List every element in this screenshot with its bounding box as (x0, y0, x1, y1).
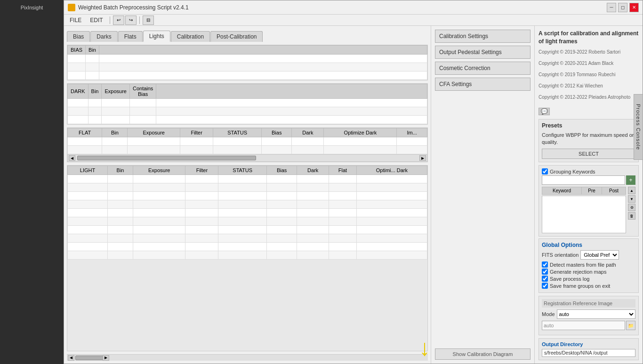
cosmetic-correction-btn[interactable]: Cosmetic Correction (435, 62, 530, 75)
light-row-4 (68, 200, 427, 209)
main-window: Weighted Batch Preprocessing Script v2.4… (64, 0, 643, 364)
auto-input-field[interactable] (542, 321, 625, 330)
keyword-input-field[interactable] (542, 175, 625, 185)
bias-col-empty (99, 46, 427, 55)
calibration-settings-btn[interactable]: Calibration Settings (435, 30, 530, 43)
light-section: LIGHT Bin Exposure Filter STATUS Bias Da… (67, 165, 428, 351)
keyword-table-headers: Keyword Pre Post (542, 187, 626, 195)
app-icon (68, 4, 75, 11)
flat-scroll-right[interactable]: ▶ (419, 155, 426, 161)
output-pedestal-btn[interactable]: Output Pedestal Settings (435, 46, 530, 59)
mode-select[interactable]: auto manual (557, 309, 635, 319)
minimize-button[interactable]: ─ (607, 3, 616, 12)
dark-col-extra (156, 84, 427, 99)
toolbar-divider-1 (110, 16, 110, 24)
flat-scroll-thumb[interactable] (77, 156, 256, 160)
flat-col-bin: Bin (102, 128, 128, 137)
generate-rejection-checkbox[interactable] (542, 269, 548, 275)
flat-col-dark: Dark (292, 128, 324, 137)
close-button[interactable]: ✕ (629, 3, 639, 12)
light-bottom-scrollbar[interactable]: ◀ ▶ (67, 354, 428, 361)
title-bar-controls: ─ ◻ ✕ (607, 3, 639, 12)
dark-col-exposure: Exposure (102, 84, 129, 99)
keyword-col-pre: Pre (582, 187, 602, 195)
flat-col-flat: FLAT (68, 128, 102, 137)
chat-icon[interactable]: 💬 (539, 108, 550, 115)
flat-scrollbar[interactable]: ◀ ▶ (67, 154, 427, 162)
fits-orient-label: FITS orientation (542, 252, 579, 258)
keyword-main: Keyword Pre Post ▲ ▼ ⚙ 🗑 (542, 187, 635, 233)
light-row-1 (68, 175, 427, 183)
light-row-3 (68, 192, 427, 200)
save-frame-groups-checkbox[interactable] (542, 283, 548, 289)
undo-btn[interactable]: ↩ (113, 16, 124, 25)
dark-row-3 (68, 116, 427, 124)
dark-section: DARK Bin Exposure Contains Bias (67, 83, 428, 125)
dark-row-2 (68, 107, 427, 116)
light-row-6 (68, 217, 427, 226)
detect-masters-checkbox[interactable] (542, 261, 548, 268)
light-scroll-right[interactable]: ▶ (103, 355, 109, 361)
tab-bias[interactable]: Bias (67, 31, 90, 42)
flat-col-exposure: Exposure (128, 128, 180, 137)
light-col-bias: Bias (266, 166, 297, 175)
maximize-button[interactable]: ◻ (618, 3, 627, 12)
save-frame-groups-label: Save frame groups on exit (550, 283, 610, 289)
copyright-3: Copyright © 2012 Kai Wiechen (539, 82, 639, 90)
tab-darks[interactable]: Darks (90, 31, 117, 42)
copyright-2: Copyright © 2019 Tommaso Rubechi (539, 71, 639, 79)
copyright-0: Copyright © 2019-2022 Roberto Sartori (539, 48, 639, 56)
mode-label: Mode (542, 311, 555, 317)
menu-file[interactable]: FILE (66, 16, 85, 24)
flat-scroll-left[interactable]: ◀ (69, 155, 75, 161)
menu-edit[interactable]: EDIT (86, 16, 106, 24)
output-dir-path: s/freebs/Desktop/NINA /output (542, 349, 635, 357)
presets-section: Presets Configure WBPP for maximum speed… (539, 119, 639, 163)
add-keyword-btn[interactable]: + (626, 175, 635, 185)
info-title: A script for calibration and alignment o… (539, 30, 639, 46)
auto-input-row: 📁 (542, 321, 635, 330)
keyword-input-row: + (542, 175, 635, 185)
bias-col-bin: Bin (86, 46, 99, 55)
generate-rejection-label: Generate rejection maps (550, 269, 606, 275)
flat-col-status: STATUS (213, 128, 262, 137)
light-scroll-left[interactable]: ◀ (68, 355, 74, 361)
taskbar-left: PixInsight (0, 0, 64, 364)
keyword-up-btn[interactable]: ▲ (628, 187, 635, 194)
title-bar: Weighted Batch Preprocessing Script v2.4… (64, 0, 643, 15)
light-col-dark: Dark (297, 166, 329, 175)
grouping-keywords-checkbox[interactable] (542, 168, 548, 174)
fits-orient-select[interactable]: Global Pref Normal Mirrored (580, 250, 619, 260)
tab-lights[interactable]: Lights (143, 31, 170, 42)
show-calibration-diagram-btn[interactable]: Show Calibration Diagram (435, 348, 530, 360)
light-col-filter: Filter (185, 166, 218, 175)
calibration-panel: Calibration Settings Output Pedestal Set… (431, 26, 534, 364)
keyword-settings-btn[interactable]: ⚙ (628, 204, 635, 211)
keyword-delete-btn[interactable]: 🗑 (628, 212, 635, 220)
save-process-log-checkbox[interactable] (542, 276, 548, 282)
light-col-flat: Flat (329, 166, 357, 175)
info-btn[interactable]: ⊟ (143, 16, 154, 25)
process-console-tab[interactable]: Process Console (634, 94, 643, 160)
light-col-status: STATUS (218, 166, 266, 175)
copyright-1: Copyright © 2020-2021 Adam Black (539, 60, 639, 67)
select-preset-btn[interactable]: SELECT (542, 149, 635, 159)
tab-post-calibration[interactable]: Post-Calibration (210, 31, 263, 42)
light-col-exposure: Exposure (133, 166, 185, 175)
cfa-settings-btn[interactable]: CFA Settings (435, 78, 530, 91)
folder-browse-btn[interactable]: 📁 (626, 321, 635, 330)
global-options-title: Global Options (542, 242, 635, 248)
detect-masters-label: Detect masters from file path (550, 262, 616, 268)
tab-flats[interactable]: Flats (118, 31, 143, 42)
tab-calibration[interactable]: Calibration (171, 31, 210, 42)
keyword-down-btn[interactable]: ▼ (628, 195, 635, 203)
keyword-table-wrapper: Keyword Pre Post (542, 187, 626, 233)
light-scroll-thumb[interactable] (75, 356, 104, 360)
keyword-col-post: Post (602, 187, 626, 195)
bias-section: BIAS Bin (67, 45, 428, 80)
title-bar-text: Weighted Batch Preprocessing Script v2.4… (78, 4, 607, 11)
bias-row-2 (68, 63, 427, 71)
flat-col-optimize-dark: Optimize Dark (324, 128, 397, 137)
left-panel: Bias Darks Flats Lights Calibration Post… (64, 26, 431, 364)
redo-btn[interactable]: ↪ (125, 16, 137, 25)
